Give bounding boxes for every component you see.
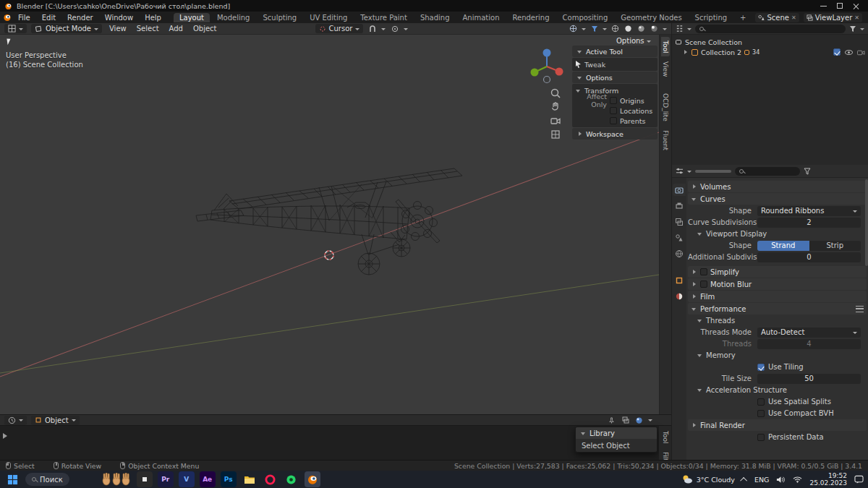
viewport-menu-select[interactable]: Select (134, 25, 162, 33)
bottom-tab-tool[interactable]: Tool (661, 427, 670, 447)
panel-film[interactable]: Film (688, 291, 867, 302)
workspace-tab-compositing[interactable]: Compositing (557, 13, 614, 22)
properties-editor-icon[interactable] (676, 167, 684, 175)
locations-checkbox[interactable] (610, 107, 617, 114)
subpanel-acceleration-structure[interactable]: Acceleration Structure (688, 385, 867, 395)
gizmo-dropdown[interactable] (582, 28, 586, 33)
tab-output-properties[interactable] (673, 200, 686, 212)
sidebar-tab-fluent[interactable]: Fluent (661, 127, 670, 154)
curve-subdivisions-field[interactable]: 2 (757, 218, 861, 228)
workspace-tab-shading[interactable]: Shading (414, 13, 456, 22)
mode-selector[interactable]: Object Mode (31, 24, 102, 33)
viewlayer-selector[interactable]: ViewLayer ✕ (804, 13, 862, 22)
tab-object-properties[interactable] (673, 274, 686, 286)
gizmo-toggle-icon[interactable] (569, 24, 578, 33)
curves-shape-dropdown[interactable]: Rounded Ribbons (757, 206, 861, 216)
v-app-icon[interactable]: V (179, 471, 195, 487)
camera-view-icon[interactable] (550, 115, 561, 127)
strip-button[interactable]: Strip (809, 241, 861, 251)
object-selector-button[interactable]: Object (31, 416, 80, 425)
persistent-data-checkbox[interactable] (757, 434, 765, 441)
panel-performance[interactable]: Performance (688, 303, 867, 314)
perspective-toggle-icon[interactable] (550, 129, 561, 140)
workspace-tab-uv-editing[interactable]: UV Editing (304, 13, 353, 22)
threads-mode-dropdown[interactable]: Auto-Detect (757, 328, 861, 338)
taskbar-search-input[interactable]: Поиск (25, 473, 69, 486)
tab-viewlayer-properties[interactable] (673, 215, 686, 228)
active-tool-panel-header[interactable]: Active Tool (572, 46, 658, 57)
outliner-editor-dropdown[interactable] (687, 28, 692, 33)
zoom-icon[interactable] (550, 87, 561, 99)
transform-pivot-button[interactable]: Cursor (315, 24, 364, 33)
properties-editor-dropdown[interactable] (687, 171, 692, 175)
snap-dropdown[interactable] (381, 28, 386, 33)
properties-search-input[interactable] (735, 167, 800, 176)
outliner-options-dropdown[interactable] (860, 28, 864, 33)
close-button[interactable] (853, 3, 859, 9)
tab-render-properties[interactable] (673, 184, 686, 196)
viewport-menu-view[interactable]: View (106, 25, 129, 33)
shading-solid-icon[interactable] (624, 24, 633, 33)
weather-widget[interactable]: 3°C Cloudy (681, 474, 735, 484)
expand-arrow-icon[interactable] (682, 49, 689, 56)
airplane-wireframe[interactable] (196, 168, 462, 275)
panel-volumes[interactable]: Volumes (688, 181, 867, 192)
menu-file[interactable]: File (13, 13, 35, 22)
add-workspace-button[interactable]: + (734, 13, 752, 22)
spatial-splits-checkbox[interactable] (757, 398, 765, 406)
clock-widget[interactable]: 19:52 25.02.2023 (809, 472, 847, 487)
active-tool-item[interactable]: Tweak (575, 59, 655, 69)
panel-curves[interactable]: Curves (688, 193, 867, 205)
pin-icon[interactable] (607, 416, 616, 425)
sidebar-tab-view[interactable]: View (661, 58, 670, 80)
notifications-icon[interactable] (854, 475, 864, 484)
origins-checkbox[interactable] (610, 97, 617, 104)
proportional-dropdown[interactable] (404, 28, 408, 33)
subpanel-threads[interactable]: Threads (688, 315, 867, 326)
panel-motion-blur[interactable]: Motion Blur (688, 278, 867, 290)
shading-wireframe-icon[interactable] (610, 24, 620, 33)
overlays-funnel-icon[interactable] (590, 24, 599, 33)
pan-hand-icon[interactable] (550, 101, 561, 113)
editor-type-button[interactable] (4, 24, 27, 33)
menu-edit[interactable]: Edit (37, 13, 61, 22)
menu-window[interactable]: Window (100, 13, 138, 22)
3d-viewport[interactable]: Object Mode View Select Add Object Curso… (0, 23, 671, 414)
render-visibility-camera-icon[interactable] (857, 49, 865, 56)
additional-subdivision-field[interactable]: 0 (757, 252, 861, 262)
library-popup-header[interactable]: Library (576, 427, 657, 439)
outliner-item-scene-collection[interactable]: Scene Collection (675, 37, 865, 47)
viewport-menu-add[interactable]: Add (166, 25, 186, 33)
viewport-menu-object[interactable]: Object (190, 25, 220, 33)
panel-simplify[interactable]: Simplify (688, 266, 867, 278)
motion-blur-checkbox[interactable] (700, 281, 707, 288)
workspace-panel-header[interactable]: Workspace (572, 128, 658, 140)
workspace-tab-texture-paint[interactable]: Texture Paint (354, 13, 413, 22)
outliner-filter-icon[interactable] (849, 25, 856, 33)
blender-taskbar-icon[interactable] (305, 471, 320, 487)
premiere-pro-icon[interactable]: Pr (158, 471, 174, 487)
strand-button[interactable]: Strand (757, 241, 809, 251)
sidebar-tab-ocd-lite[interactable]: OCD_lite (661, 90, 670, 125)
outliner-editor-icon[interactable] (676, 25, 684, 33)
material-sphere-icon[interactable] (634, 416, 644, 425)
tab-scene-properties[interactable] (673, 231, 686, 244)
sidebar-tab-tool[interactable]: Tool (661, 37, 670, 56)
shading-material-icon[interactable] (637, 24, 646, 33)
toolbar-expand-arrow[interactable] (3, 433, 7, 439)
performance-presets-icon[interactable] (856, 306, 864, 312)
outliner-item-collection-2[interactable]: Collection 2 34 (675, 47, 865, 57)
workspace-tab-modeling[interactable]: Modeling (211, 13, 256, 22)
tab-world-properties[interactable] (673, 247, 686, 260)
compact-bvh-checkbox[interactable] (757, 410, 765, 417)
snap-magnet-icon[interactable] (367, 24, 377, 33)
workspace-tab-animation[interactable]: Animation (457, 13, 506, 22)
parents-checkbox[interactable] (610, 117, 617, 124)
overlays-dropdown[interactable] (603, 28, 607, 33)
scene-selector[interactable]: Scene ✕ (755, 13, 799, 22)
scene-unlink-icon[interactable]: ✕ (791, 14, 796, 21)
tile-size-field[interactable]: 50 (757, 374, 861, 384)
visibility-eye-icon[interactable] (845, 50, 853, 55)
workspace-tab-sculpting[interactable]: Sculpting (257, 13, 302, 22)
panel-final-render[interactable]: Final Render (688, 419, 867, 431)
